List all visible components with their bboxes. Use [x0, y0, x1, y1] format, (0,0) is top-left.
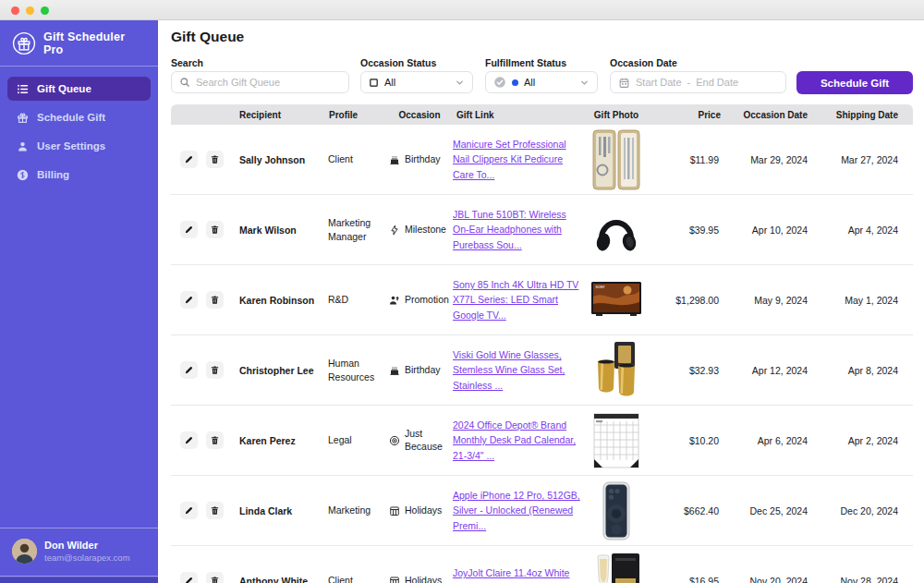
window-titlebar [0, 0, 924, 20]
delete-button[interactable] [206, 291, 224, 309]
edit-button[interactable] [180, 151, 198, 168]
occasion-status-select[interactable]: All [360, 71, 473, 93]
pencil-icon [184, 365, 194, 375]
sidebar-item-billing[interactable]: Billing [7, 163, 151, 187]
app-logo-row: Gift Scheduler Pro [0, 20, 158, 67]
fulfillment-status-label: Fulfillment Status [485, 57, 566, 68]
check-circle-icon [493, 76, 506, 89]
edit-button[interactable] [180, 572, 198, 583]
occasion-status-value: All [384, 77, 395, 88]
promotion-icon [389, 295, 400, 306]
start-date-placeholder: Start Date [636, 77, 682, 88]
delete-button[interactable] [206, 572, 224, 583]
schedule-gift-button[interactable]: Schedule Gift [796, 71, 913, 94]
zoom-window-button[interactable] [41, 6, 49, 15]
price-value: $32.93 [650, 335, 726, 405]
gold-wine-glasses-photo [590, 339, 643, 402]
delete-button[interactable] [206, 151, 224, 168]
gift-link[interactable]: Apple iPhone 12 Pro, 512GB, Silver - Unl… [453, 488, 582, 533]
calendar-icon [618, 77, 630, 89]
shipping-date-value: Dec 20, 2024 [813, 476, 913, 545]
recipient-name: Sally Johnson [236, 125, 325, 194]
desk-calendar-photo [590, 409, 643, 472]
list-icon [17, 83, 29, 95]
occasion-date-value: May 9, 2024 [726, 265, 813, 334]
sidebar-item-label: User Settings [37, 140, 105, 152]
close-window-button[interactable] [11, 6, 19, 15]
shipping-date-value: May 1, 2024 [813, 265, 913, 334]
trash-icon [210, 505, 220, 516]
gift-badge-icon [12, 31, 36, 55]
trash-icon [210, 576, 220, 583]
sidebar-item-gift-queue[interactable]: Gift Queue [7, 77, 151, 101]
price-value: $1,298.00 [650, 265, 726, 334]
holidays-icon [389, 505, 400, 516]
actions-column-header [171, 104, 236, 125]
recipient-name: Karen Robinson [236, 265, 325, 334]
sidebar: Gift Scheduler Pro Gift QueueSchedule Gi… [0, 20, 158, 583]
gift-link[interactable]: Viski Gold Wine Glasses, Stemless Wine G… [453, 347, 582, 393]
delete-button[interactable] [206, 431, 224, 449]
sidebar-item-label: Schedule Gift [37, 112, 105, 123]
recipient-name: Linda Clark [236, 476, 325, 545]
price-value: $11.99 [650, 125, 726, 194]
gift-link[interactable]: JoyJolt Claire 11.4oz White Wine Glass S… [453, 565, 582, 583]
checkbox-icon [369, 78, 379, 88]
occasion-label: Birthday [405, 364, 441, 377]
delete-button[interactable] [206, 502, 224, 519]
occasion-date-value: Nov 20, 2024 [726, 546, 813, 583]
gift-link[interactable]: Sony 85 Inch 4K Ultra HD TV X77L Series:… [453, 277, 582, 322]
edit-button[interactable] [180, 502, 198, 519]
gift-link[interactable]: JBL Tune 510BT: Wireless On-Ear Headphon… [453, 207, 582, 252]
profile-value: R&D [325, 265, 386, 334]
gift-link[interactable]: 2024 Office Depot® Brand Monthly Desk Pa… [453, 418, 582, 463]
delete-button[interactable] [206, 221, 224, 238]
trash-icon [210, 225, 220, 235]
column-header-profile: Profile [325, 104, 386, 125]
profile-value: Marketing [325, 476, 386, 545]
app-name: Gift Scheduler Pro [43, 30, 146, 56]
pencil-icon [184, 154, 194, 164]
occasion-label: Holidays [405, 504, 442, 517]
edit-button[interactable] [180, 361, 198, 379]
search-placeholder: Search Gift Queue [196, 77, 280, 88]
table-body: Sally Johnson Client Birthday Manicure S… [171, 125, 913, 583]
profile-value: Legal [325, 406, 386, 475]
column-header-occasion: Occasion [386, 104, 453, 125]
white-wine-glass-photo [590, 550, 643, 583]
column-header-gift-link: Gift Link [453, 104, 582, 125]
cake-icon [389, 154, 400, 165]
edit-button[interactable] [180, 291, 198, 309]
delete-button[interactable] [206, 361, 224, 379]
profile-value: Marketing Manager [325, 195, 386, 264]
edit-button[interactable] [180, 221, 198, 238]
table-row: Anthony White Client Holidays JoyJolt Cl… [171, 546, 913, 583]
gift-icon [17, 112, 29, 124]
search-label: Search [171, 57, 203, 68]
tv-photo: SONY [590, 269, 643, 332]
search-input[interactable]: Search Gift Queue [171, 71, 349, 93]
shipping-date-value: Nov 28, 2024 [813, 546, 913, 583]
gift-link[interactable]: Manicure Set Professional Nail Clippers … [453, 137, 582, 182]
column-header-gift-photo: Gift Photo [582, 104, 650, 125]
recipient-name: Karen Perez [236, 406, 325, 475]
gift-queue-table: Recipient Profile Occasion Gift Link Gif… [171, 104, 913, 583]
shipping-date-value: Mar 27, 2024 [813, 125, 913, 194]
table-row: Christopher Lee Human Resources Birthday… [171, 335, 913, 406]
table-row: Linda Clark Marketing Holidays Apple iPh… [171, 476, 913, 546]
occasion-date-value: Apr 10, 2024 [726, 195, 813, 264]
occasion-date-range-input[interactable]: Start Date - End Date [610, 71, 786, 93]
profile-value: Client [325, 125, 386, 194]
sidebar-nav: Gift QueueSchedule GiftUser SettingsBill… [0, 67, 158, 201]
target-icon [389, 435, 400, 446]
sidebar-item-schedule-gift[interactable]: Schedule Gift [7, 105, 151, 129]
holidays-icon [389, 576, 400, 583]
edit-button[interactable] [180, 431, 198, 449]
occasion-label: Just Because [405, 428, 453, 453]
user-section[interactable]: Don Wilder team@solarapex.com [0, 528, 158, 577]
fulfillment-status-select[interactable]: All [485, 71, 598, 93]
minimize-window-button[interactable] [26, 6, 34, 15]
occasion-label: Promotion [405, 294, 449, 307]
chevron-down-icon [455, 78, 465, 88]
sidebar-item-user-settings[interactable]: User Settings [7, 134, 151, 158]
